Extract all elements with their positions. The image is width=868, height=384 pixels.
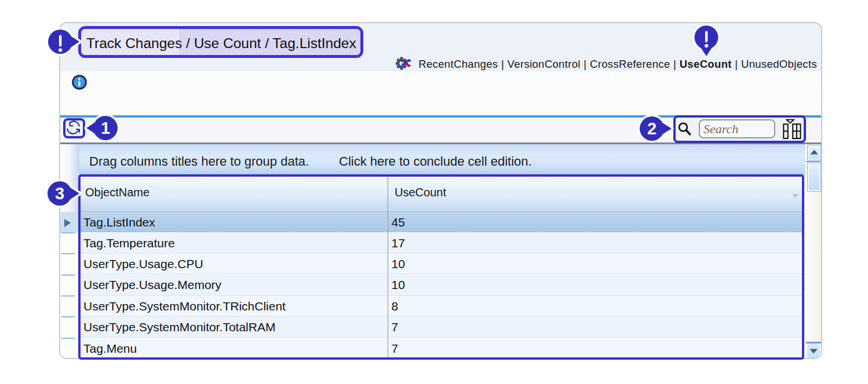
- svg-text:3: 3: [55, 184, 64, 203]
- svg-text:1: 1: [101, 119, 110, 137]
- svg-text:2: 2: [647, 119, 657, 138]
